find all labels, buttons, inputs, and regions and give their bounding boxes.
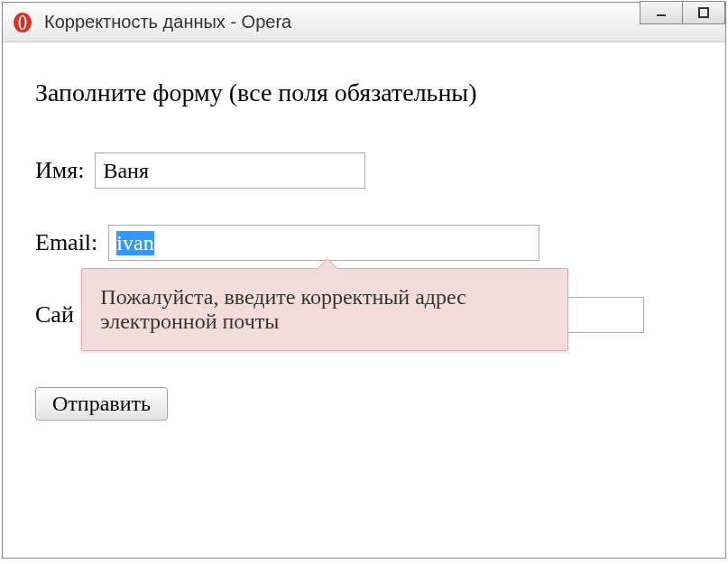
svg-rect-4 xyxy=(699,8,708,17)
email-label: Email: xyxy=(35,229,97,256)
page-content: Заполните форму (все поля обязательны) И… xyxy=(3,42,725,457)
submit-row: Отправить xyxy=(35,387,693,421)
opera-icon xyxy=(12,12,33,33)
site-label: Сай xyxy=(35,301,74,328)
titlebar: Корректность данных - Opera xyxy=(3,3,725,42)
minimize-button[interactable] xyxy=(640,1,683,24)
window-title: Корректность данных - Opera xyxy=(44,12,291,32)
email-row: Email: ivan Пожалуйста, введите корректн… xyxy=(35,225,693,261)
name-row: Имя: xyxy=(35,153,693,189)
browser-window: Корректность данных - Opera Заполните фо… xyxy=(2,2,726,559)
name-label: Имя: xyxy=(35,157,84,184)
email-input[interactable]: ivan xyxy=(108,225,539,261)
window-controls xyxy=(640,1,725,24)
maximize-button[interactable] xyxy=(682,1,725,24)
email-input-wrap: ivan Пожалуйста, введите корректный адре… xyxy=(108,225,539,261)
svg-point-2 xyxy=(21,16,25,29)
email-selected-text: ivan xyxy=(116,231,153,255)
validation-tooltip: Пожалуйста, введите корректный адрес эле… xyxy=(81,268,568,351)
submit-button[interactable]: Отправить xyxy=(35,387,168,421)
name-input[interactable] xyxy=(95,153,365,189)
page-heading: Заполните форму (все поля обязательны) xyxy=(35,79,693,107)
